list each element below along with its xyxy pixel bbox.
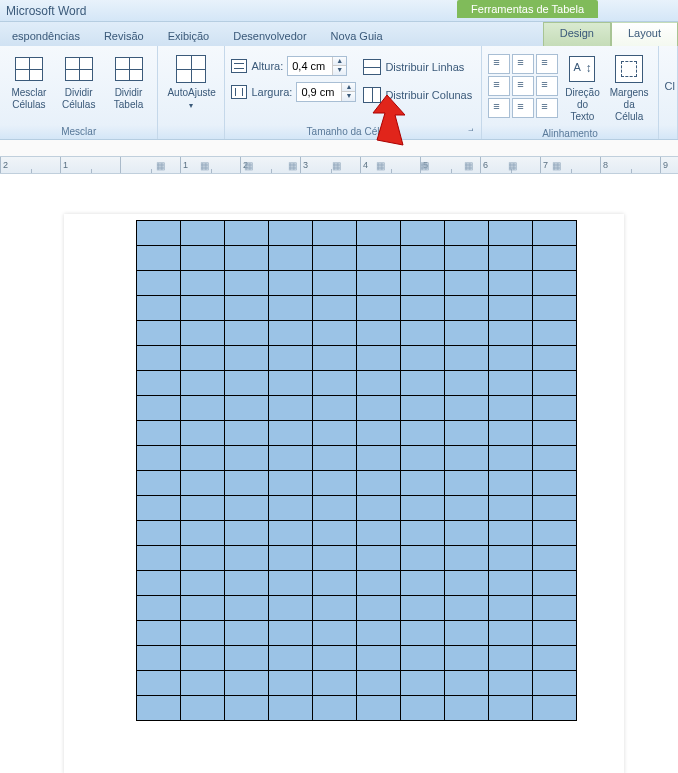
ruler-column-marker[interactable] xyxy=(314,157,358,174)
table-cell[interactable] xyxy=(489,696,533,721)
table-cell[interactable] xyxy=(489,621,533,646)
table-cell[interactable] xyxy=(225,246,269,271)
merge-cells-button[interactable]: Mesclar Células xyxy=(6,50,52,114)
width-input[interactable] xyxy=(297,84,341,100)
table-cell[interactable] xyxy=(489,496,533,521)
align-mc[interactable] xyxy=(512,76,534,96)
table-cell[interactable] xyxy=(181,496,225,521)
table-cell[interactable] xyxy=(533,221,577,246)
table-cell[interactable] xyxy=(225,671,269,696)
ruler-column-marker[interactable] xyxy=(358,157,402,174)
table-row[interactable] xyxy=(137,221,577,246)
table-cell[interactable] xyxy=(357,271,401,296)
table-cell[interactable] xyxy=(181,596,225,621)
table-cell[interactable] xyxy=(269,421,313,446)
width-up[interactable]: ▲ xyxy=(341,83,355,92)
table-cell[interactable] xyxy=(225,371,269,396)
table-cell[interactable] xyxy=(357,296,401,321)
table-cell[interactable] xyxy=(489,246,533,271)
table-cell[interactable] xyxy=(357,696,401,721)
table-cell[interactable] xyxy=(533,521,577,546)
table-cell[interactable] xyxy=(137,296,181,321)
table-cell[interactable] xyxy=(401,696,445,721)
table-cell[interactable] xyxy=(313,696,357,721)
horizontal-ruler[interactable]: 2112345678910 xyxy=(0,156,678,174)
ruler-column-marker[interactable] xyxy=(182,157,226,174)
table-cell[interactable] xyxy=(269,696,313,721)
table-cell[interactable] xyxy=(401,471,445,496)
table-cell[interactable] xyxy=(489,671,533,696)
table-cell[interactable] xyxy=(401,571,445,596)
table-cell[interactable] xyxy=(489,271,533,296)
align-br[interactable] xyxy=(536,98,558,118)
table-cell[interactable] xyxy=(533,646,577,671)
table-cell[interactable] xyxy=(313,646,357,671)
table-cell[interactable] xyxy=(445,671,489,696)
table-cell[interactable] xyxy=(445,271,489,296)
table-row[interactable] xyxy=(137,696,577,721)
table-cell[interactable] xyxy=(137,621,181,646)
table-cell[interactable] xyxy=(269,571,313,596)
table-cell[interactable] xyxy=(401,346,445,371)
table-row[interactable] xyxy=(137,621,577,646)
table-cell[interactable] xyxy=(533,246,577,271)
table-cell[interactable] xyxy=(533,696,577,721)
table-cell[interactable] xyxy=(357,371,401,396)
align-tl[interactable] xyxy=(488,54,510,74)
table-cell[interactable] xyxy=(137,521,181,546)
table-cell[interactable] xyxy=(357,646,401,671)
table-cell[interactable] xyxy=(401,271,445,296)
table-cell[interactable] xyxy=(225,321,269,346)
table-cell[interactable] xyxy=(313,521,357,546)
table-cell[interactable] xyxy=(357,421,401,446)
table-cell[interactable] xyxy=(313,421,357,446)
table-cell[interactable] xyxy=(269,546,313,571)
width-spinner[interactable]: ▲▼ xyxy=(296,82,356,102)
table-cell[interactable] xyxy=(181,471,225,496)
table-row[interactable] xyxy=(137,571,577,596)
table-cell[interactable] xyxy=(357,571,401,596)
table-cell[interactable] xyxy=(401,396,445,421)
table-cell[interactable] xyxy=(181,671,225,696)
align-tr[interactable] xyxy=(536,54,558,74)
ruler-column-marker[interactable] xyxy=(138,157,182,174)
autofit-button[interactable]: AutoAjuste ▾ xyxy=(164,50,218,114)
table-cell[interactable] xyxy=(489,346,533,371)
table-cell[interactable] xyxy=(225,421,269,446)
table-cell[interactable] xyxy=(137,446,181,471)
table-cell[interactable] xyxy=(269,271,313,296)
table-cell[interactable] xyxy=(489,471,533,496)
table-cell[interactable] xyxy=(313,621,357,646)
table-cell[interactable] xyxy=(313,546,357,571)
distribute-rows-button[interactable]: Distribuir Linhas xyxy=(360,56,475,78)
table-cell[interactable] xyxy=(401,446,445,471)
table-cell[interactable] xyxy=(225,596,269,621)
table-cell[interactable] xyxy=(357,321,401,346)
table-cell[interactable] xyxy=(533,396,577,421)
table-cell[interactable] xyxy=(489,371,533,396)
table-row[interactable] xyxy=(137,671,577,696)
table-cell[interactable] xyxy=(357,471,401,496)
table-cell[interactable] xyxy=(181,571,225,596)
table-cell[interactable] xyxy=(401,296,445,321)
table-cell[interactable] xyxy=(137,646,181,671)
table-cell[interactable] xyxy=(445,221,489,246)
ruler-column-marker[interactable] xyxy=(270,157,314,174)
tab-exibicao[interactable]: Exibição xyxy=(156,26,222,46)
table-cell[interactable] xyxy=(401,621,445,646)
table-cell[interactable] xyxy=(357,446,401,471)
table-cell[interactable] xyxy=(445,346,489,371)
tab-design[interactable]: Design xyxy=(543,22,611,46)
table-cell[interactable] xyxy=(313,596,357,621)
table-cell[interactable] xyxy=(269,471,313,496)
table-cell[interactable] xyxy=(181,321,225,346)
table-cell[interactable] xyxy=(445,496,489,521)
table-cell[interactable] xyxy=(313,671,357,696)
table-cell[interactable] xyxy=(137,371,181,396)
table-cell[interactable] xyxy=(357,346,401,371)
table-cell[interactable] xyxy=(225,446,269,471)
align-tc[interactable] xyxy=(512,54,534,74)
table-cell[interactable] xyxy=(181,421,225,446)
table-cell[interactable] xyxy=(225,646,269,671)
table-cell[interactable] xyxy=(445,321,489,346)
